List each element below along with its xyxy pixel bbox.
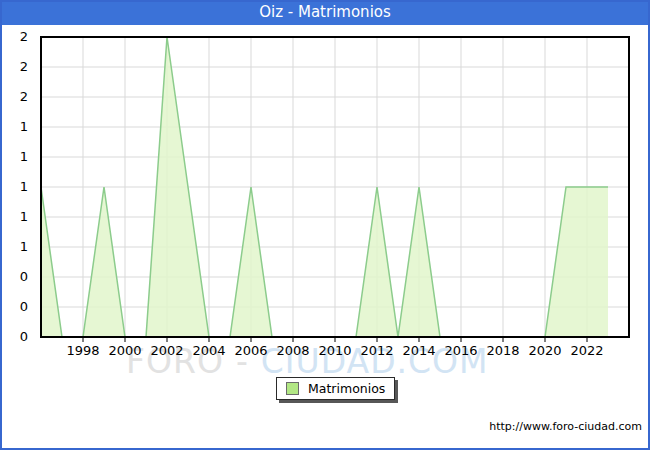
x-tick-label: 2010 [318, 343, 351, 358]
x-tick-label: 2022 [570, 343, 603, 358]
y-tick-label: 1 [20, 209, 28, 224]
y-tick-label: 1 [20, 119, 28, 134]
x-tick-label: 1998 [66, 343, 99, 358]
chart-title: Oiz - Matrimonios [259, 3, 391, 21]
y-tick-label: 0 [20, 329, 28, 344]
y-tick-label: 0 [20, 269, 28, 284]
y-tick-label: 1 [20, 149, 28, 164]
legend: Matrimonios [276, 377, 395, 400]
x-tick-label: 2012 [360, 343, 393, 358]
footer-url: http://www.foro-ciudad.com [489, 420, 642, 433]
x-tick-label: 2006 [234, 343, 267, 358]
y-tick-label: 2 [20, 89, 28, 104]
y-tick-label: 1 [20, 239, 28, 254]
legend-swatch-icon [286, 382, 299, 395]
y-tick-label: 2 [20, 59, 28, 74]
y-tick-label: 2 [20, 29, 28, 44]
x-tick-label: 2016 [444, 343, 477, 358]
x-tick-label: 2014 [402, 343, 435, 358]
y-tick-label: 0 [20, 299, 28, 314]
y-tick-label: 1 [20, 179, 28, 194]
x-tick-label: 2000 [108, 343, 141, 358]
title-bar: Oiz - Matrimonios [0, 0, 650, 25]
x-tick-label: 2004 [192, 343, 225, 358]
legend-label: Matrimonios [308, 381, 385, 396]
x-tick-label: 2020 [528, 343, 561, 358]
x-tick-label: 2018 [486, 343, 519, 358]
x-tick-label: 2008 [276, 343, 309, 358]
x-tick-label: 2002 [150, 343, 183, 358]
